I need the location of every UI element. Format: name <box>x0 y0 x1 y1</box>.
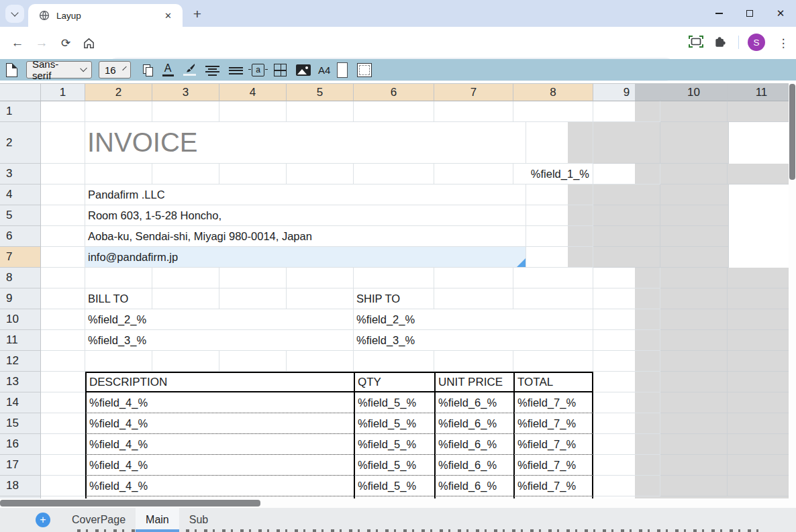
table-header-qty[interactable]: QTY <box>354 372 434 392</box>
cell[interactable] <box>526 247 593 268</box>
vertical-scrollbar-thumb[interactable] <box>789 84 795 180</box>
table-cell-total[interactable]: %field_7_% <box>513 413 593 434</box>
row-header[interactable]: 14 <box>0 392 41 413</box>
cell[interactable] <box>41 184 85 205</box>
cell[interactable] <box>41 226 85 247</box>
borders-grid-button[interactable] <box>274 64 287 76</box>
row-header[interactable]: 17 <box>0 455 41 476</box>
cell[interactable] <box>41 372 85 392</box>
cell[interactable] <box>660 288 728 309</box>
cell[interactable] <box>660 101 728 122</box>
text-box-button[interactable]: a <box>252 64 264 76</box>
cell[interactable] <box>219 164 287 184</box>
cell[interactable] <box>41 101 85 122</box>
cell[interactable] <box>728 101 796 122</box>
cell[interactable] <box>219 351 287 372</box>
cell[interactable] <box>41 122 85 164</box>
cell[interactable] <box>287 288 354 309</box>
cell[interactable] <box>593 476 660 496</box>
row-header[interactable]: 15 <box>0 413 41 434</box>
row-header[interactable]: 1 <box>0 101 41 122</box>
email-cell-selected[interactable]: info@pandafirm.jp <box>85 247 526 268</box>
table-cell-qty[interactable]: %field_5_% <box>354 434 434 455</box>
cell[interactable] <box>728 434 796 455</box>
column-header[interactable]: 8 <box>513 84 593 101</box>
add-sheet-button[interactable]: + <box>36 513 50 527</box>
cell[interactable] <box>660 184 729 205</box>
cell[interactable] <box>593 309 660 330</box>
cell[interactable] <box>526 122 593 164</box>
sheet-tab-sub[interactable]: Sub <box>179 508 218 532</box>
cell[interactable] <box>660 392 728 413</box>
row-header[interactable]: 2 <box>0 122 41 164</box>
cell[interactable] <box>152 351 219 372</box>
row-header[interactable]: 3 <box>0 164 41 184</box>
cell[interactable] <box>660 330 728 351</box>
row-header[interactable]: 5 <box>0 205 41 226</box>
browser-menu-button[interactable]: ⋮ <box>775 32 792 54</box>
new-document-icon[interactable] <box>6 63 17 77</box>
copy-button[interactable] <box>143 64 152 76</box>
cell[interactable] <box>728 330 796 351</box>
cell[interactable] <box>41 288 85 309</box>
cell[interactable] <box>287 164 354 184</box>
cell[interactable] <box>41 476 85 496</box>
cell[interactable] <box>513 101 593 122</box>
page-margins-button[interactable] <box>357 63 372 77</box>
cell[interactable] <box>660 205 729 226</box>
cell[interactable] <box>660 268 728 288</box>
cell[interactable] <box>513 268 593 288</box>
cell[interactable] <box>434 268 513 288</box>
table-header-unit-price[interactable]: UNIT PRICE <box>434 372 513 392</box>
extensions-button[interactable] <box>713 35 727 51</box>
vertical-align-button[interactable] <box>228 60 243 79</box>
column-header[interactable]: 3 <box>152 84 219 101</box>
cell[interactable] <box>593 164 660 184</box>
forward-button[interactable]: → <box>31 32 52 54</box>
cell[interactable] <box>152 268 219 288</box>
company-name-cell[interactable]: Pandafirm .LLC <box>85 184 526 205</box>
cell[interactable] <box>41 205 85 226</box>
column-header[interactable]: 10 <box>660 84 728 101</box>
column-header[interactable]: 2 <box>85 84 152 101</box>
new-tab-button[interactable]: + <box>189 6 205 22</box>
cell[interactable] <box>287 101 354 122</box>
row-header[interactable]: 12 <box>0 351 41 372</box>
address-line2-cell[interactable]: Aoba-ku, Sendai-shi, Miyagi 980-0014, Ja… <box>85 226 526 247</box>
cell[interactable] <box>434 351 513 372</box>
table-cell-unit-price[interactable]: %field_6_% <box>434 455 513 476</box>
cell[interactable] <box>660 413 728 434</box>
ship-to-cell[interactable]: SHIP TO <box>354 288 434 309</box>
column-header[interactable]: 7 <box>434 84 513 101</box>
cell[interactable] <box>660 226 729 247</box>
cell[interactable] <box>219 288 287 309</box>
table-cell-description[interactable]: %field_4_% <box>85 455 354 476</box>
cell[interactable] <box>41 434 85 455</box>
invoice-title-cell[interactable]: INVOICE <box>85 122 526 164</box>
bill-field-3-cell[interactable]: %field_3_% <box>85 330 354 351</box>
cell[interactable] <box>513 351 593 372</box>
cell[interactable] <box>593 205 660 226</box>
table-header-description[interactable]: DESCRIPTION <box>85 372 354 392</box>
profile-avatar[interactable]: S <box>748 34 765 51</box>
cell[interactable] <box>513 288 593 309</box>
cell[interactable] <box>85 101 152 122</box>
selection-handle[interactable] <box>517 258 526 267</box>
cell[interactable] <box>728 372 796 392</box>
select-all-corner[interactable] <box>0 84 41 101</box>
cell[interactable] <box>219 268 287 288</box>
address-line1-cell[interactable]: Room 603, 1-5-28 Honcho, <box>85 205 526 226</box>
align-button[interactable] <box>205 60 219 79</box>
table-cell-unit-price[interactable]: %field_6_% <box>434 476 513 496</box>
font-size-select[interactable]: 16 <box>99 61 131 78</box>
row-header[interactable]: 10 <box>0 309 41 330</box>
page-orientation-button[interactable] <box>337 62 348 78</box>
bill-to-cell[interactable]: BILL TO <box>85 288 152 309</box>
cell[interactable] <box>152 101 219 122</box>
cell[interactable] <box>593 455 660 476</box>
table-cell-total[interactable]: %field_7_% <box>513 476 593 496</box>
table-header-total[interactable]: TOTAL <box>513 372 593 392</box>
cell[interactable] <box>593 268 660 288</box>
sheet-tab-main[interactable]: Main <box>136 508 179 532</box>
cell[interactable] <box>354 268 434 288</box>
